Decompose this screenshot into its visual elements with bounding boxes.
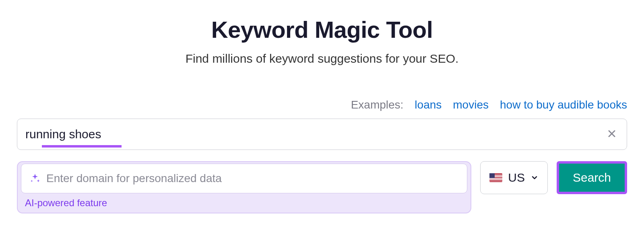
keyword-input-container — [17, 119, 627, 150]
chevron-down-icon — [530, 174, 539, 182]
example-link-movies[interactable]: movies — [453, 98, 489, 111]
search-button[interactable]: Search — [559, 164, 625, 192]
domain-input-container — [21, 164, 467, 193]
sparkle-icon — [29, 173, 41, 184]
page-subtitle: Find millions of keyword suggestions for… — [17, 52, 627, 66]
secondary-row: AI-powered feature US Search — [17, 161, 627, 213]
search-button-highlight: Search — [557, 161, 627, 194]
examples-row: Examples: loans movies how to buy audibl… — [17, 98, 627, 111]
country-code: US — [508, 171, 525, 184]
page-title: Keyword Magic Tool — [17, 16, 627, 43]
domain-input[interactable] — [46, 172, 459, 185]
highlight-underline — [42, 145, 122, 148]
example-link-loans[interactable]: loans — [415, 98, 442, 111]
us-flag-icon — [489, 173, 502, 182]
examples-label: Examples: — [351, 98, 404, 111]
example-link-audible[interactable]: how to buy audible books — [500, 98, 627, 111]
close-icon — [607, 129, 617, 139]
clear-button[interactable] — [605, 127, 619, 142]
domain-block: AI-powered feature — [17, 161, 471, 213]
ai-feature-caption: AI-powered feature — [25, 197, 467, 209]
country-select[interactable]: US — [480, 161, 548, 194]
